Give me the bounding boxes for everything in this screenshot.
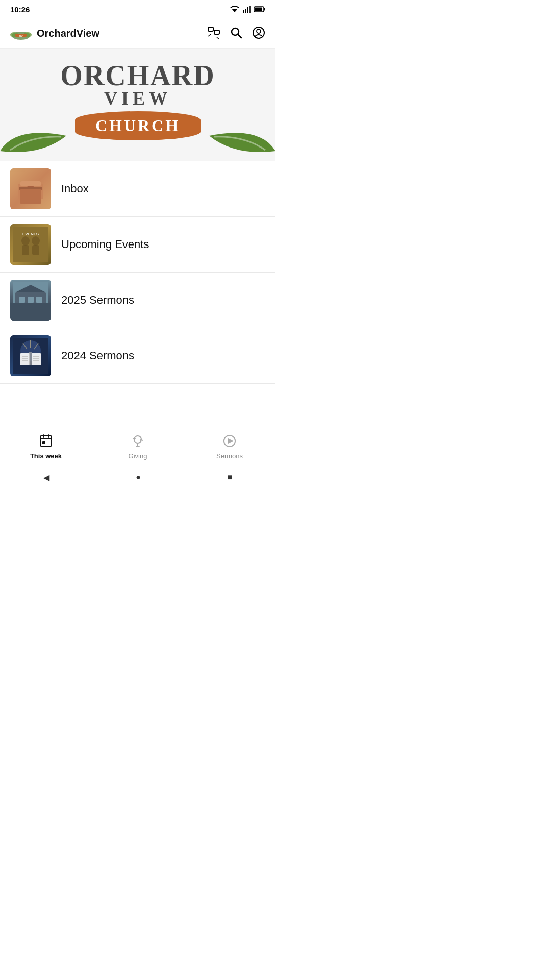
svg-marker-0	[232, 9, 238, 12]
account-icon[interactable]	[252, 26, 265, 41]
leaf-right-icon	[209, 120, 276, 156]
upcoming-events-item[interactable]: EVENTS Upcoming Events	[0, 217, 276, 273]
events-thumbnail: EVENTS	[10, 224, 51, 265]
status-icons	[230, 5, 265, 13]
svg-rect-4	[249, 6, 251, 13]
this-week-label: This week	[30, 452, 62, 460]
inbox-thumbnail	[10, 168, 51, 209]
svg-rect-3	[247, 7, 248, 13]
sermons2025-thumb-svg	[13, 282, 48, 318]
battery-icon	[254, 6, 265, 13]
android-back-btn[interactable]: ◀	[43, 473, 49, 482]
android-home-btn[interactable]: ●	[136, 473, 141, 482]
svg-rect-13	[208, 27, 213, 31]
sermons-2025-label: 2025 Sermons	[61, 293, 134, 307]
app-logo-icon: OV	[10, 27, 32, 41]
signal-icon	[243, 5, 251, 13]
svg-rect-22	[20, 181, 41, 186]
svg-rect-30	[32, 245, 39, 255]
sermons-2024-item[interactable]: 2024 Sermons	[0, 328, 276, 384]
svg-rect-6	[264, 8, 265, 11]
search-icon[interactable]	[230, 26, 243, 41]
wifi-icon	[230, 5, 240, 13]
inbox-label: Inbox	[61, 182, 89, 195]
svg-rect-42	[20, 353, 30, 365]
app-title: OrchardView	[37, 28, 99, 39]
this-week-icon	[39, 434, 53, 450]
nav-giving[interactable]: Giving	[92, 430, 184, 464]
svg-rect-7	[255, 8, 262, 11]
inbox-thumb-svg	[13, 171, 48, 207]
inbox-item[interactable]: Inbox	[0, 161, 276, 217]
sermons-2025-thumbnail	[10, 280, 51, 321]
hero-banner: ORCHARD VIEW CHURCH	[0, 49, 276, 161]
sermons-2024-thumbnail	[10, 335, 51, 376]
chat-icon[interactable]	[207, 26, 220, 41]
hero-line3: CHURCH	[95, 116, 180, 135]
sermons-label: Sermons	[216, 452, 243, 460]
giving-icon	[131, 434, 145, 450]
nav-sermons[interactable]: Sermons	[184, 430, 276, 464]
svg-rect-14	[214, 30, 219, 34]
svg-rect-44	[29, 352, 32, 365]
menu-list: Inbox EVENTS Upcoming Events	[0, 161, 276, 384]
svg-point-20	[257, 29, 261, 33]
svg-rect-25	[27, 186, 34, 191]
svg-rect-23	[23, 198, 27, 203]
sermons-2025-item[interactable]: 2025 Sermons	[0, 273, 276, 328]
svg-line-16	[217, 37, 219, 39]
svg-rect-37	[36, 297, 42, 303]
svg-marker-62	[228, 438, 233, 444]
nav-this-week[interactable]: This week	[0, 430, 92, 464]
hero-logo: ORCHARD VIEW CHURCH	[0, 49, 276, 161]
svg-text:EVENTS: EVENTS	[22, 232, 39, 236]
church-banner: CHURCH	[75, 111, 201, 140]
svg-line-18	[238, 34, 242, 38]
svg-rect-43	[32, 353, 41, 365]
events-label: Upcoming Events	[61, 238, 149, 251]
giving-label: Giving	[129, 452, 147, 460]
header-right-icons	[207, 26, 265, 41]
svg-rect-36	[28, 297, 34, 303]
content-area: Inbox EVENTS Upcoming Events	[0, 161, 276, 429]
bottom-nav: This week Giving	[0, 429, 276, 464]
svg-rect-2	[245, 9, 246, 13]
android-nav: ◀ ● ■	[0, 464, 276, 490]
events-thumb-svg: EVENTS	[13, 227, 48, 262]
status-bar: 10:26	[0, 0, 276, 18]
svg-rect-35	[19, 297, 25, 303]
svg-point-27	[21, 236, 30, 246]
svg-rect-58	[42, 441, 45, 444]
sermons-nav-icon	[222, 434, 237, 450]
sermons2024-thumb-svg	[13, 338, 48, 374]
svg-line-15	[208, 34, 211, 36]
svg-rect-28	[22, 245, 29, 255]
status-time: 10:26	[10, 5, 30, 14]
app-header: OV OrchardView	[0, 18, 276, 49]
svg-rect-34	[13, 309, 48, 318]
sermons-2024-label: 2024 Sermons	[61, 349, 134, 362]
svg-rect-38	[27, 304, 34, 309]
hero-line1: ORCHARD	[60, 59, 215, 92]
svg-text:OV: OV	[19, 35, 23, 38]
leaf-left-icon	[0, 120, 66, 156]
svg-point-29	[32, 236, 40, 246]
header-left: OV OrchardView	[10, 27, 99, 41]
svg-rect-54	[40, 436, 52, 446]
svg-rect-1	[243, 10, 244, 13]
svg-rect-24	[34, 198, 38, 203]
android-recent-btn[interactable]: ■	[228, 473, 233, 482]
hero-line2: VIEW	[104, 88, 171, 109]
